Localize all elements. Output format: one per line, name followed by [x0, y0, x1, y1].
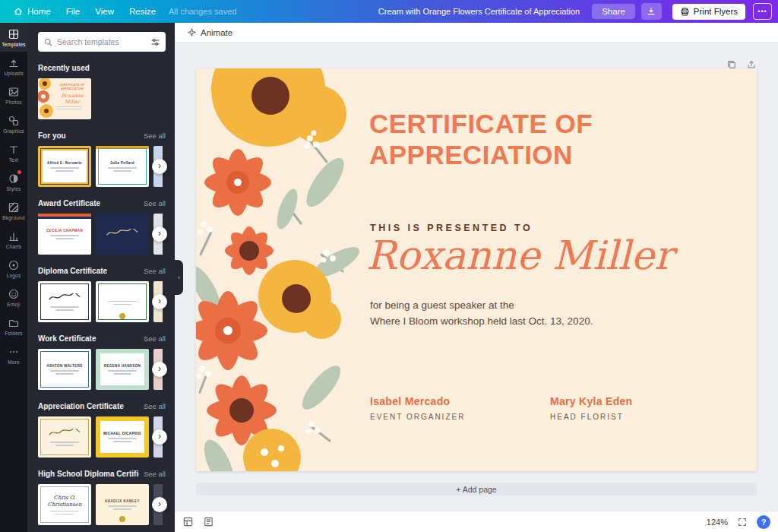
- signature-block[interactable]: Isabel Mercado EVENT ORGANIZER Mary Kyla…: [370, 395, 730, 421]
- fullscreen-icon: [737, 517, 748, 527]
- template-thumb[interactable]: KHADIJA KAMLEY: [96, 484, 149, 525]
- thumb-frame: [40, 351, 89, 388]
- canvas-toolbar: Animate: [175, 23, 778, 43]
- scroll-right-button[interactable]: ›: [152, 429, 167, 445]
- presented-to-label[interactable]: THIS IS PRESENTED TO: [370, 223, 533, 233]
- template-thumb[interactable]: CERTIFICATE OF APPRECIATIONRoxanne Mille…: [38, 78, 91, 119]
- certificate-page[interactable]: CERTIFICATE OF APPRECIATION THIS IS PRES…: [196, 68, 757, 471]
- scroll-right-button[interactable]: ›: [152, 159, 167, 174]
- scroll-right-button[interactable]: ›: [152, 294, 167, 309]
- signature-1[interactable]: Isabel Mercado EVENT ORGANIZER: [370, 395, 550, 421]
- template-row: MICHAEL DICAPRIO›: [38, 416, 166, 458]
- page-manager-button[interactable]: [182, 516, 194, 527]
- thumb-text-line: [113, 441, 131, 442]
- rail-item-label: Emoji: [7, 302, 20, 307]
- fullscreen-button[interactable]: [737, 517, 748, 527]
- animate-button[interactable]: Animate: [182, 25, 237, 40]
- sidebar-item-logos[interactable]: Logos: [0, 254, 27, 283]
- flower-illustration[interactable]: [196, 68, 371, 471]
- thumb-text-line: [50, 167, 80, 169]
- sidebar-item-folders[interactable]: Folders: [0, 312, 27, 340]
- thumb-name-text: Chris O. Christiansen: [38, 495, 91, 508]
- sidebar-item-styles[interactable]: Styles: [0, 167, 27, 196]
- more-options-button[interactable]: •••: [753, 3, 772, 20]
- download-button[interactable]: [641, 3, 662, 20]
- sidebar-item-emoji[interactable]: Emoji: [0, 283, 27, 312]
- rail-item-label: Graphics: [3, 128, 24, 134]
- scroll-right-button[interactable]: ›: [152, 497, 167, 512]
- scroll-right-button[interactable]: ›: [152, 226, 167, 242]
- section-title: Award Certificate: [38, 199, 100, 207]
- sidebar-item-graphics[interactable]: Graphics: [0, 109, 27, 138]
- section-header: For youSee all: [38, 131, 166, 140]
- design-canvas[interactable]: CERTIFICATE OF APPRECIATION THIS IS PRES…: [175, 43, 778, 511]
- signature-2[interactable]: Mary Kyla Eden HEAD FLORIST: [550, 395, 730, 421]
- document-title[interactable]: Cream with Orange Flowers Certificate of…: [378, 7, 580, 16]
- sidebar-item-text[interactable]: Text: [0, 138, 27, 167]
- template-thumb[interactable]: Julia Pollard: [96, 146, 149, 187]
- home-button[interactable]: Home: [6, 3, 58, 20]
- duplicate-icon: [726, 59, 737, 70]
- template-thumb[interactable]: ASHTON WALTERS: [38, 349, 91, 390]
- notes-button[interactable]: [203, 516, 214, 527]
- template-sections: Recently usedCERTIFICATE OF APPRECIATION…: [38, 64, 166, 532]
- view-menu[interactable]: View: [88, 4, 121, 19]
- filter-icon[interactable]: [150, 37, 160, 47]
- rail-item-label: Charts: [6, 244, 21, 249]
- rail-item-label: Text: [9, 157, 19, 163]
- thumb-text-line: [50, 370, 80, 372]
- duplicate-page-button[interactable]: [726, 59, 737, 70]
- see-all-link[interactable]: See all: [144, 402, 166, 410]
- file-menu[interactable]: File: [59, 4, 87, 19]
- template-thumb[interactable]: [38, 416, 91, 458]
- template-section: High School Diploma CertificateSee allCh…: [38, 470, 166, 525]
- share-button[interactable]: Share: [592, 4, 635, 19]
- templates-panel: Recently usedCERTIFICATE OF APPRECIATION…: [27, 23, 175, 532]
- thumb-accent-stripe: [96, 146, 149, 149]
- sidebar-item-charts[interactable]: Charts: [0, 225, 27, 254]
- certificate-title[interactable]: CERTIFICATE OF APPRECIATION: [369, 108, 696, 171]
- template-thumb[interactable]: REGENA HANSSON: [96, 349, 149, 390]
- template-thumb[interactable]: MICHAEL DICAPRIO: [96, 416, 149, 458]
- template-section: Diploma CertificateSee all›: [38, 267, 166, 322]
- template-thumb[interactable]: [96, 214, 149, 255]
- certificate-body-text[interactable]: for being a guest speaker at the Where I…: [370, 298, 593, 330]
- thumb-panel: [43, 150, 87, 182]
- charts-icon: [8, 230, 20, 242]
- zoom-level[interactable]: 124%: [707, 518, 728, 527]
- page-manager-icon: [182, 516, 194, 527]
- template-thumb[interactable]: Chris O. Christiansen: [38, 484, 91, 525]
- see-all-link[interactable]: See all: [144, 199, 166, 207]
- thumb-text-line: [113, 508, 131, 510]
- template-thumb[interactable]: [38, 281, 91, 322]
- more-icon: [8, 346, 20, 358]
- resize-menu[interactable]: Resize: [122, 4, 163, 19]
- recipient-name[interactable]: Roxanne Miller: [366, 233, 673, 278]
- search-input[interactable]: [57, 37, 147, 46]
- panel-collapse-handle[interactable]: ‹: [175, 260, 183, 295]
- sidebar-item-photos[interactable]: Photos: [0, 81, 27, 109]
- thumb-text-line: [108, 505, 138, 507]
- export-page-button[interactable]: [746, 59, 757, 70]
- sidebar-item-background[interactable]: Bkground: [0, 196, 27, 225]
- help-button[interactable]: ?: [757, 515, 770, 529]
- topbar: Home File View Resize All changes saved …: [0, 0, 778, 23]
- see-all-link[interactable]: See all: [144, 334, 166, 343]
- sidebar-item-more[interactable]: More: [0, 340, 27, 369]
- template-thumb[interactable]: [96, 281, 149, 322]
- template-row: Chris O. ChristiansenKHADIJA KAMLEY›: [38, 484, 166, 525]
- scroll-right-button[interactable]: ›: [152, 362, 167, 377]
- rail-item-label: Templates: [2, 42, 25, 47]
- print-flyers-button[interactable]: Print Flyers: [672, 4, 745, 20]
- template-thumb[interactable]: CECILIA CHAPMAN: [38, 214, 91, 255]
- template-row: ›: [38, 281, 166, 322]
- template-thumb[interactable]: Alfred E. Norowitz: [38, 146, 91, 187]
- see-all-link[interactable]: See all: [144, 131, 166, 140]
- sidebar-item-templates[interactable]: Templates: [0, 23, 27, 52]
- thumb-text-line: [50, 511, 80, 512]
- thumb-text-line: [55, 238, 74, 239]
- sidebar-item-uploads[interactable]: Uploads: [0, 52, 27, 81]
- add-page-button[interactable]: + Add page: [196, 483, 757, 496]
- see-all-link[interactable]: See all: [144, 470, 166, 478]
- see-all-link[interactable]: See all: [144, 267, 166, 275]
